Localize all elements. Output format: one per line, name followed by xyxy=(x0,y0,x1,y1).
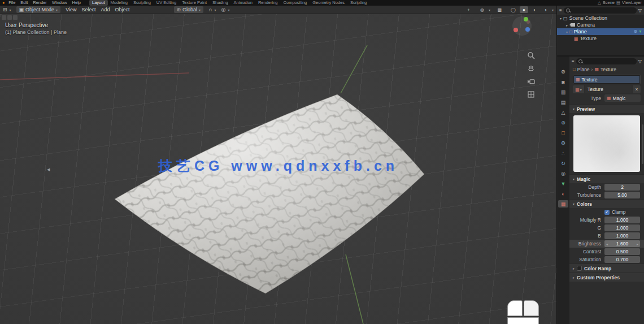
mesh-data-icon[interactable]: ▼ xyxy=(638,29,642,34)
panel-magic-header[interactable]: ▾ Magic xyxy=(569,174,644,183)
expand-caret-icon[interactable]: ▾ xyxy=(560,16,562,20)
tab-scene[interactable]: △ xyxy=(558,109,568,116)
workspace-tab-shading[interactable]: Shading xyxy=(210,0,231,6)
unlink-texture-button[interactable]: × xyxy=(633,85,641,93)
shading-rendered-button[interactable]: ◑ xyxy=(541,6,550,13)
workspace-tab-uv-editing[interactable]: UV Editing xyxy=(154,0,179,6)
zoom-icon[interactable] xyxy=(527,51,535,59)
multiply-b-field[interactable]: 1.000 xyxy=(604,232,640,239)
xray-toggle[interactable]: ▩ xyxy=(495,6,504,13)
outliner-search-input[interactable] xyxy=(564,7,637,14)
menu-view[interactable]: View xyxy=(66,7,76,12)
tab-world[interactable]: ⊕ xyxy=(558,119,568,126)
multiply-g-field[interactable]: 1.000 xyxy=(604,224,640,231)
tab-constraints[interactable]: ◎ xyxy=(558,170,568,177)
3d-viewport[interactable]: User Perspective (1) Plane Collection | … xyxy=(0,14,556,324)
workspace-tab-modeling[interactable]: Modeling xyxy=(108,0,130,6)
shading-wireframe-button[interactable]: ◯ xyxy=(509,6,517,13)
tab-modifiers[interactable]: ⚙ xyxy=(558,139,568,146)
editor-type-button[interactable]: ⊞ ▾ xyxy=(3,7,11,12)
tab-tool[interactable]: ⚙ xyxy=(558,68,568,75)
pan-hand-icon[interactable] xyxy=(527,64,535,72)
axis-z-dot[interactable] xyxy=(525,27,530,32)
properties-search-input[interactable] xyxy=(576,58,637,64)
panel-colors-header[interactable]: ▾ Colors xyxy=(569,199,644,208)
properties-scrollbar[interactable] xyxy=(642,124,643,164)
workspace-tab-compositing[interactable]: Compositing xyxy=(281,0,310,6)
shading-material-button[interactable]: ◐ xyxy=(530,6,539,13)
tab-output[interactable]: ▥ xyxy=(558,88,568,96)
navigation-gizmo[interactable] xyxy=(512,16,532,36)
workspace-tab-scripting[interactable]: Scripting xyxy=(347,0,369,6)
blender-logo-icon[interactable]: ● xyxy=(2,0,5,6)
outliner-row-scene-collection[interactable]: ▾ ▢ Scene Collection xyxy=(557,15,644,21)
panel-custom-properties-header[interactable]: ▸ Custom Properties xyxy=(569,273,644,282)
overlays-controls[interactable]: ◍ ▾ xyxy=(478,6,490,13)
multiply-r-field[interactable]: 1.000 xyxy=(604,217,640,223)
viewport-corner-icons[interactable] xyxy=(2,15,18,20)
menu-file[interactable]: File xyxy=(7,0,16,6)
tab-material[interactable]: ◐ xyxy=(558,190,568,197)
workspace-tab-sculpting[interactable]: Sculpting xyxy=(130,0,154,6)
scene-selector[interactable]: Scene xyxy=(603,0,615,6)
tab-object-data[interactable]: ▼ xyxy=(558,180,568,187)
clamp-checkbox[interactable]: ✓ xyxy=(604,210,610,215)
tab-texture[interactable]: ▦ xyxy=(558,200,568,208)
tab-physics[interactable]: ↻ xyxy=(558,159,568,167)
workspace-tab-layout[interactable]: Layout xyxy=(89,0,108,6)
view-layer-selector[interactable]: ViewLayer xyxy=(622,0,642,6)
breadcrumb-object[interactable]: Plane xyxy=(577,67,590,72)
outliner-row-plane[interactable]: ▾ □ Plane ⚙ ▼ xyxy=(557,28,644,35)
panel-preview-header[interactable]: ▾ Preview xyxy=(569,104,644,113)
browse-texture-button[interactable]: ▦ ▾ xyxy=(573,85,584,93)
filter-funnel-icon[interactable]: ▽ xyxy=(638,8,642,13)
outliner-row-camera[interactable]: ▸ Camera xyxy=(557,21,644,28)
camera-view-icon[interactable] xyxy=(527,77,535,85)
mode-dropdown[interactable]: ▣ Object Mode ▾ xyxy=(16,6,61,13)
brightness-field[interactable]: ◂ 1.600 ▸ xyxy=(604,240,640,247)
modifier-wrench-icon[interactable]: ⚙ xyxy=(634,29,637,34)
menu-add[interactable]: Add xyxy=(101,7,110,12)
decrement-arrow-icon[interactable]: ◂ xyxy=(606,242,608,246)
workspace-tab-animation[interactable]: Animation xyxy=(231,0,255,6)
texture-type-dropdown[interactable]: ▦ Magic xyxy=(604,94,641,102)
menu-help[interactable]: Help xyxy=(71,0,82,6)
expand-caret-icon[interactable]: ▾ xyxy=(566,30,568,34)
snap-controls[interactable]: ∩ ▾ xyxy=(208,7,216,12)
tab-view-layer[interactable]: ▤ xyxy=(558,98,568,106)
proportional-editing-controls[interactable]: ◎ ▾ xyxy=(221,7,230,12)
shading-solid-button[interactable]: ● xyxy=(520,6,528,13)
plane-mesh-object[interactable] xyxy=(115,94,424,293)
workspace-tab-geometry-nodes[interactable]: Geometry Nodes xyxy=(310,0,347,6)
texture-name-field[interactable]: Texture xyxy=(585,85,632,93)
menu-select[interactable]: Select xyxy=(81,7,95,12)
menu-render[interactable]: Render xyxy=(32,0,48,6)
breadcrumb-texture[interactable]: Texture xyxy=(601,67,616,72)
axis-negative-dot[interactable] xyxy=(526,20,530,24)
texture-slot-item[interactable]: ▦ Texture xyxy=(574,76,639,83)
menu-edit[interactable]: Edit xyxy=(19,0,29,6)
axis-x-dot[interactable] xyxy=(514,28,518,32)
tab-render[interactable]: ◙ xyxy=(558,78,568,85)
outliner-row-texture[interactable]: ▦ Texture xyxy=(557,35,644,42)
increment-arrow-icon[interactable]: ▸ xyxy=(637,242,638,246)
menu-object[interactable]: Object xyxy=(115,7,130,12)
filter-funnel-icon[interactable]: ▽ xyxy=(638,59,642,64)
panel-color-ramp-header[interactable]: ▸ Color Ramp xyxy=(569,263,644,273)
contrast-field[interactable]: 0.500 xyxy=(604,248,640,255)
turbulence-field[interactable]: 5.00 xyxy=(604,192,640,198)
workspace-tab-texture-paint[interactable]: Texture Paint xyxy=(179,0,210,6)
perspective-toggle-icon[interactable] xyxy=(527,90,535,98)
tab-particles[interactable]: ∴ xyxy=(558,149,568,157)
color-ramp-checkbox[interactable] xyxy=(577,266,582,271)
saturation-field[interactable]: 0.700 xyxy=(604,256,640,263)
workspace-tab-rendering[interactable]: Rendering xyxy=(255,0,281,6)
menu-window[interactable]: Window xyxy=(51,0,68,6)
sidebar-collapse-arrow[interactable]: ◂ xyxy=(47,166,50,173)
transform-orientation-dropdown[interactable]: ⊕ Global ▾ xyxy=(174,6,204,13)
show-gizmo-toggle[interactable]: + xyxy=(464,6,473,13)
tab-object[interactable]: □ xyxy=(558,129,568,136)
depth-field[interactable]: 2 xyxy=(604,184,640,191)
properties-editor-icon[interactable]: ≡ xyxy=(572,59,575,64)
outliner-editor-icon[interactable]: ≡ xyxy=(559,8,562,13)
